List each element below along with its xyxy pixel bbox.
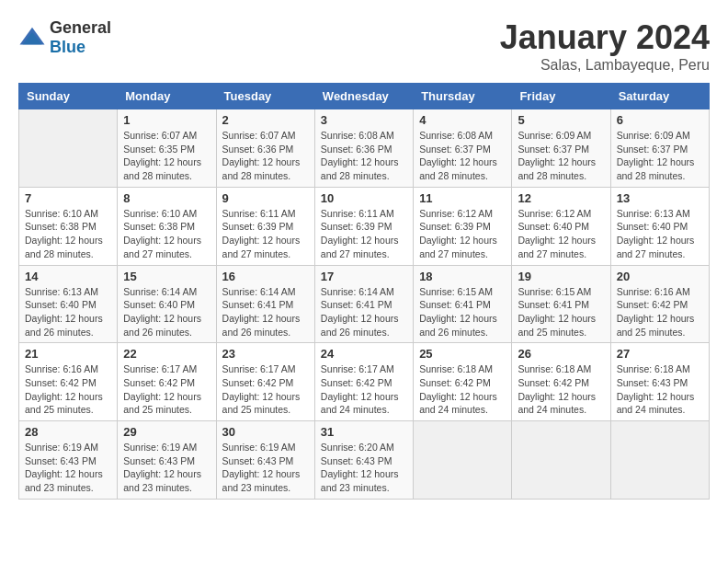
day-number: 21: [25, 347, 111, 361]
day-info: Sunrise: 6:18 AM Sunset: 6:42 PM Dayligh…: [419, 362, 506, 417]
day-number: 3: [321, 113, 407, 127]
calendar-cell: 29Sunrise: 6:19 AM Sunset: 6:43 PM Dayli…: [118, 421, 216, 500]
day-info: Sunrise: 6:07 AM Sunset: 6:36 PM Dayligh…: [222, 129, 309, 183]
month-title: January 2024: [500, 18, 710, 57]
calendar-cell: 12Sunrise: 6:12 AM Sunset: 6:40 PM Dayli…: [512, 187, 610, 265]
calendar-cell: 2Sunrise: 6:07 AM Sunset: 6:36 PM Daylig…: [216, 109, 314, 188]
title-block: January 2024 Salas, Lambayeque, Peru: [500, 18, 710, 74]
day-info: Sunrise: 6:19 AM Sunset: 6:43 PM Dayligh…: [123, 441, 210, 495]
calendar-cell: 30Sunrise: 6:19 AM Sunset: 6:43 PM Dayli…: [216, 421, 314, 500]
day-number: 25: [419, 347, 506, 361]
weekday-header: Friday: [512, 84, 610, 109]
calendar-body: 1Sunrise: 6:07 AM Sunset: 6:35 PM Daylig…: [19, 109, 710, 500]
day-number: 5: [518, 113, 604, 127]
day-info: Sunrise: 6:09 AM Sunset: 6:37 PM Dayligh…: [518, 129, 604, 183]
day-number: 15: [123, 270, 210, 283]
calendar-cell: 25Sunrise: 6:18 AM Sunset: 6:42 PM Dayli…: [414, 343, 512, 421]
day-number: 28: [25, 425, 111, 439]
day-info: Sunrise: 6:12 AM Sunset: 6:39 PM Dayligh…: [419, 207, 506, 261]
weekday-header: Sunday: [19, 84, 118, 109]
day-number: 4: [419, 113, 506, 127]
weekday-header: Thursday: [414, 84, 512, 109]
day-number: 18: [419, 270, 506, 283]
calendar-cell: 27Sunrise: 6:18 AM Sunset: 6:43 PM Dayli…: [610, 343, 709, 421]
day-info: Sunrise: 6:16 AM Sunset: 6:42 PM Dayligh…: [617, 285, 703, 339]
logo: General Blue: [18, 18, 111, 57]
day-number: 20: [617, 270, 703, 283]
day-info: Sunrise: 6:14 AM Sunset: 6:40 PM Dayligh…: [123, 285, 210, 339]
weekday-header: Wednesday: [314, 84, 413, 109]
logo-general-text: General: [50, 18, 111, 37]
day-info: Sunrise: 6:07 AM Sunset: 6:35 PM Dayligh…: [123, 129, 210, 183]
calendar-cell: 20Sunrise: 6:16 AM Sunset: 6:42 PM Dayli…: [610, 265, 709, 343]
day-number: 2: [222, 113, 309, 127]
calendar-table: SundayMondayTuesdayWednesdayThursdayFrid…: [18, 83, 710, 500]
calendar-cell: [414, 421, 512, 500]
calendar-cell: 28Sunrise: 6:19 AM Sunset: 6:43 PM Dayli…: [19, 421, 118, 500]
weekday-header: Tuesday: [216, 84, 314, 109]
day-number: 8: [123, 191, 210, 205]
calendar-cell: 31Sunrise: 6:20 AM Sunset: 6:43 PM Dayli…: [314, 421, 413, 500]
calendar-cell: 5Sunrise: 6:09 AM Sunset: 6:37 PM Daylig…: [512, 109, 610, 188]
calendar-cell: 26Sunrise: 6:18 AM Sunset: 6:42 PM Dayli…: [512, 343, 610, 421]
calendar-week-row: 7Sunrise: 6:10 AM Sunset: 6:38 PM Daylig…: [19, 187, 710, 265]
weekday-header: Monday: [118, 84, 216, 109]
calendar-cell: 8Sunrise: 6:10 AM Sunset: 6:38 PM Daylig…: [118, 187, 216, 265]
day-number: 24: [321, 347, 407, 361]
calendar-week-row: 21Sunrise: 6:16 AM Sunset: 6:42 PM Dayli…: [19, 343, 710, 421]
day-number: 31: [321, 425, 407, 439]
day-info: Sunrise: 6:15 AM Sunset: 6:41 PM Dayligh…: [518, 285, 604, 339]
calendar-cell: 24Sunrise: 6:17 AM Sunset: 6:42 PM Dayli…: [314, 343, 413, 421]
calendar-cell: 4Sunrise: 6:08 AM Sunset: 6:37 PM Daylig…: [414, 109, 512, 188]
calendar-cell: 17Sunrise: 6:14 AM Sunset: 6:41 PM Dayli…: [314, 265, 413, 343]
day-info: Sunrise: 6:10 AM Sunset: 6:38 PM Dayligh…: [123, 207, 210, 261]
day-info: Sunrise: 6:14 AM Sunset: 6:41 PM Dayligh…: [222, 285, 309, 339]
day-info: Sunrise: 6:19 AM Sunset: 6:43 PM Dayligh…: [222, 441, 309, 495]
day-info: Sunrise: 6:18 AM Sunset: 6:43 PM Dayligh…: [617, 362, 703, 417]
calendar-cell: 7Sunrise: 6:10 AM Sunset: 6:38 PM Daylig…: [19, 187, 118, 265]
day-info: Sunrise: 6:12 AM Sunset: 6:40 PM Dayligh…: [518, 207, 604, 261]
day-info: Sunrise: 6:11 AM Sunset: 6:39 PM Dayligh…: [321, 207, 407, 261]
calendar-week-row: 28Sunrise: 6:19 AM Sunset: 6:43 PM Dayli…: [19, 421, 710, 500]
day-number: 10: [321, 191, 407, 205]
day-number: 9: [222, 191, 309, 205]
day-info: Sunrise: 6:15 AM Sunset: 6:41 PM Dayligh…: [419, 285, 506, 339]
calendar-week-row: 1Sunrise: 6:07 AM Sunset: 6:35 PM Daylig…: [19, 109, 710, 188]
day-number: 29: [123, 425, 210, 439]
day-number: 11: [419, 191, 506, 205]
day-number: 17: [321, 270, 407, 283]
day-info: Sunrise: 6:10 AM Sunset: 6:38 PM Dayligh…: [25, 207, 111, 261]
day-number: 26: [518, 347, 604, 361]
day-number: 13: [617, 191, 703, 205]
day-number: 19: [518, 270, 604, 283]
day-number: 12: [518, 191, 604, 205]
day-number: 16: [222, 270, 309, 283]
calendar-cell: 21Sunrise: 6:16 AM Sunset: 6:42 PM Dayli…: [19, 343, 118, 421]
day-info: Sunrise: 6:19 AM Sunset: 6:43 PM Dayligh…: [25, 441, 111, 495]
calendar-cell: 23Sunrise: 6:17 AM Sunset: 6:42 PM Dayli…: [216, 343, 314, 421]
weekday-header: Saturday: [610, 84, 709, 109]
day-info: Sunrise: 6:20 AM Sunset: 6:43 PM Dayligh…: [321, 441, 407, 495]
day-info: Sunrise: 6:13 AM Sunset: 6:40 PM Dayligh…: [25, 285, 111, 339]
calendar-cell: [19, 109, 118, 188]
calendar-cell: 14Sunrise: 6:13 AM Sunset: 6:40 PM Dayli…: [19, 265, 118, 343]
calendar-cell: 6Sunrise: 6:09 AM Sunset: 6:37 PM Daylig…: [610, 109, 709, 188]
calendar-cell: 9Sunrise: 6:11 AM Sunset: 6:39 PM Daylig…: [216, 187, 314, 265]
day-info: Sunrise: 6:17 AM Sunset: 6:42 PM Dayligh…: [222, 362, 309, 417]
logo-icon: [18, 24, 46, 52]
page-header: General Blue January 2024 Salas, Lambaye…: [18, 18, 710, 74]
calendar-cell: 16Sunrise: 6:14 AM Sunset: 6:41 PM Dayli…: [216, 265, 314, 343]
day-number: 23: [222, 347, 309, 361]
calendar-cell: 18Sunrise: 6:15 AM Sunset: 6:41 PM Dayli…: [414, 265, 512, 343]
logo-blue-text: Blue: [50, 38, 85, 56]
day-info: Sunrise: 6:17 AM Sunset: 6:42 PM Dayligh…: [123, 362, 210, 417]
day-info: Sunrise: 6:13 AM Sunset: 6:40 PM Dayligh…: [617, 207, 703, 261]
calendar-cell: 13Sunrise: 6:13 AM Sunset: 6:40 PM Dayli…: [610, 187, 709, 265]
day-info: Sunrise: 6:14 AM Sunset: 6:41 PM Dayligh…: [321, 285, 407, 339]
day-info: Sunrise: 6:11 AM Sunset: 6:39 PM Dayligh…: [222, 207, 309, 261]
calendar-cell: 1Sunrise: 6:07 AM Sunset: 6:35 PM Daylig…: [118, 109, 216, 188]
calendar-cell: 19Sunrise: 6:15 AM Sunset: 6:41 PM Dayli…: [512, 265, 610, 343]
calendar-week-row: 14Sunrise: 6:13 AM Sunset: 6:40 PM Dayli…: [19, 265, 710, 343]
calendar-cell: 22Sunrise: 6:17 AM Sunset: 6:42 PM Dayli…: [118, 343, 216, 421]
day-number: 30: [222, 425, 309, 439]
